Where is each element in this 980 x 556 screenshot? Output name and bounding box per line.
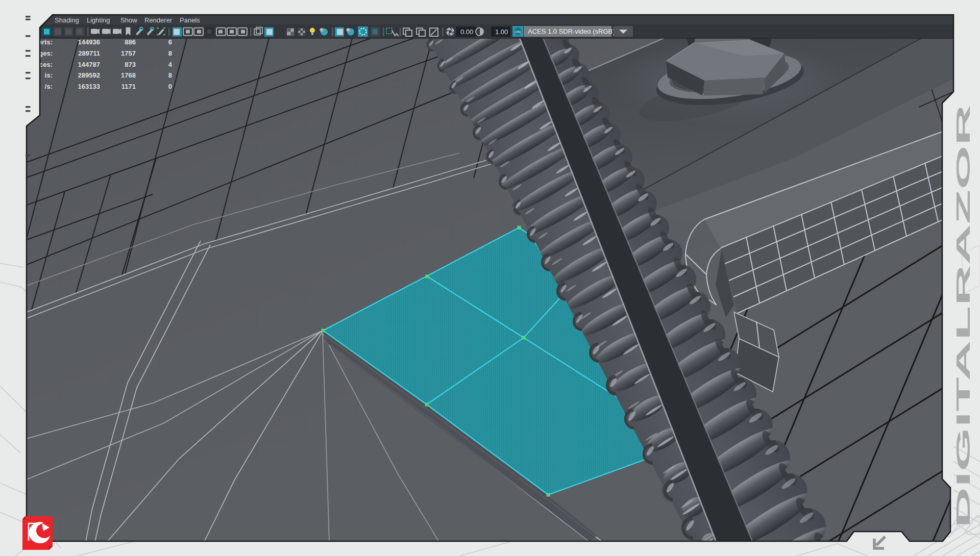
svg-text:886: 886: [125, 38, 136, 46]
svg-text:DIGITALRAZOR: DIGITALRAZOR: [952, 105, 973, 528]
svg-text:ON: ON: [514, 30, 521, 34]
svg-text:8: 8: [168, 71, 172, 79]
svg-text:6: 6: [168, 38, 172, 46]
svg-text:8: 8: [168, 49, 172, 57]
svg-text:ces:: ces:: [39, 61, 53, 68]
svg-text:Lighting: Lighting: [87, 16, 110, 24]
svg-text:ACES 1.0 SDR-video (sRGB): ACES 1.0 SDR-video (sRGB): [528, 28, 615, 35]
svg-text:0: 0: [168, 83, 172, 90]
svg-text:289592: 289592: [78, 71, 100, 79]
svg-text:Renderer: Renderer: [144, 16, 173, 24]
svg-text:163133: 163133: [78, 83, 100, 90]
svg-text:is:: is:: [45, 71, 53, 79]
svg-text:144787: 144787: [78, 61, 100, 68]
svg-text:1757: 1757: [121, 49, 136, 57]
svg-text:Shading: Shading: [55, 16, 79, 24]
svg-text:Show: Show: [120, 16, 137, 24]
svg-text:289711: 289711: [78, 49, 100, 57]
svg-text:1171: 1171: [121, 83, 136, 90]
svg-text:873: 873: [125, 61, 136, 68]
svg-text:1.00: 1.00: [495, 28, 508, 36]
svg-text:/s:: /s:: [45, 83, 53, 90]
svg-text:0.00: 0.00: [460, 28, 473, 36]
svg-text:144936: 144936: [78, 38, 100, 46]
svg-text:1768: 1768: [121, 71, 136, 79]
svg-text:Panels: Panels: [180, 16, 200, 24]
svg-text:4: 4: [168, 61, 173, 68]
